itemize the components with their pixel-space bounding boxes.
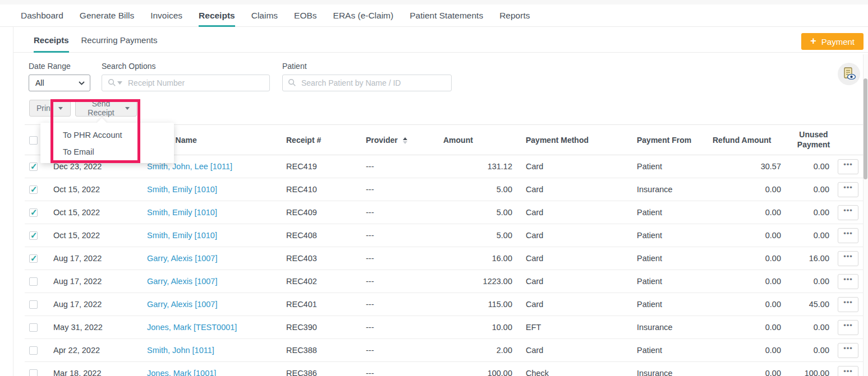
cell-checkbox [25, 224, 53, 247]
cell-refund-amount: 0.00 [713, 293, 783, 316]
row-actions-button[interactable]: ••• [838, 251, 858, 266]
cell-payment-from: Patient [626, 270, 713, 293]
row-actions-button[interactable]: ••• [838, 366, 858, 376]
patient-link[interactable]: Garry, Alexis [1007] [147, 277, 217, 286]
caret-down-icon [58, 107, 63, 110]
row-actions-button[interactable]: ••• [838, 343, 858, 358]
nav-item-reports[interactable]: Reports [499, 4, 530, 27]
patient-link[interactable]: Smith, Emily [1010] [147, 231, 217, 240]
print-button[interactable]: Print [29, 100, 71, 117]
menu-item-to-phr-account[interactable]: To PHR Account [40, 127, 174, 143]
row-checkbox[interactable] [29, 254, 38, 263]
patient-link[interactable]: Jones, Mark [TEST0001] [147, 323, 237, 332]
column-header-amount[interactable]: Amount [443, 125, 514, 155]
subtab-receipts[interactable]: Receipts [34, 27, 69, 53]
cell-payment-from: Patient [626, 339, 713, 362]
scrollbar-track[interactable] [863, 54, 868, 376]
column-header-receipt[interactable]: Receipt # [286, 125, 360, 155]
nav-item-dashboard[interactable]: Dashboard [21, 4, 63, 27]
patient-link[interactable]: Garry, Alexis [1007] [147, 254, 217, 263]
cell-refund-amount: 0.00 [713, 247, 783, 270]
search-icon [288, 78, 296, 87]
ellipsis-icon: ••• [843, 300, 853, 305]
row-checkbox[interactable] [29, 163, 38, 171]
card-left-border [13, 27, 13, 376]
document-eye-icon [842, 67, 856, 81]
nav-item-generate-bills[interactable]: Generate Bills [80, 4, 134, 27]
cell-amount: 5.00 [443, 201, 514, 224]
patient-link[interactable]: Garry, Alexis [1007] [147, 300, 217, 309]
row-checkbox[interactable] [29, 208, 38, 217]
cell-patient-name: Garry, Alexis [1007] [147, 247, 286, 270]
scrollbar-thumb[interactable] [864, 78, 867, 179]
row-checkbox[interactable] [29, 346, 38, 355]
patient-link[interactable]: Smith, John [1011] [147, 346, 214, 355]
receipts-page: DashboardGenerate BillsInvoicesReceiptsC… [0, 0, 868, 376]
cell-amount: 115.00 [443, 293, 514, 316]
nav-item-invoices[interactable]: Invoices [150, 4, 182, 27]
row-actions-button[interactable]: ••• [838, 320, 858, 335]
cell-receipt-number: REC409 [286, 201, 360, 224]
ellipsis-icon: ••• [843, 185, 853, 191]
cell-amount: 5.00 [443, 224, 514, 247]
cell-receipt-number: REC390 [286, 316, 360, 339]
column-header-payment-from[interactable]: Payment From [626, 125, 713, 155]
subtab-recurring-payments[interactable]: Recurring Payments [81, 27, 158, 53]
patient-link[interactable]: Smith, Emily [1010] [147, 208, 217, 217]
row-checkbox[interactable] [29, 185, 38, 194]
view-receipt-log-button[interactable] [838, 63, 860, 85]
cell-refund-amount: 30.57 [713, 155, 783, 178]
row-actions-button[interactable]: ••• [838, 159, 858, 174]
subtab-bar: ReceiptsRecurring Payments [13, 27, 868, 53]
row-checkbox[interactable] [29, 369, 38, 376]
menu-item-to-email[interactable]: To Email [40, 143, 174, 160]
cell-checkbox [25, 270, 53, 293]
caret-down-icon[interactable] [117, 81, 122, 85]
chevron-down-icon [79, 81, 85, 85]
nav-item-receipts[interactable]: Receipts [199, 4, 235, 27]
payment-button[interactable]: + Payment [801, 33, 864, 50]
payment-button-label: Payment [821, 37, 855, 47]
cell-refund-amount: 0.00 [713, 270, 783, 293]
select-all-checkbox[interactable] [29, 136, 38, 145]
nav-item-patient-statements[interactable]: Patient Statements [410, 4, 483, 27]
row-actions-button[interactable]: ••• [838, 182, 858, 197]
cell-actions: ••• [831, 339, 864, 362]
cell-date: Apr 22, 2022 [53, 339, 147, 362]
nav-item-eras-e-claim[interactable]: ERAs (e-Claim) [333, 4, 394, 27]
date-range-select[interactable]: All [29, 75, 90, 91]
row-checkbox[interactable] [29, 231, 38, 240]
cell-amount: 100.00 [443, 362, 514, 376]
cell-actions: ••• [831, 201, 864, 224]
row-checkbox[interactable] [29, 323, 38, 332]
table-row: Aug 17, 2022Garry, Alexis [1007]REC402--… [25, 270, 864, 293]
receipt-number-input[interactable] [102, 75, 270, 91]
column-header-payment-method[interactable]: Payment Method [514, 125, 626, 155]
send-receipt-button[interactable]: Send Receipt [75, 100, 137, 117]
cell-checkbox [25, 339, 53, 362]
row-checkbox[interactable] [29, 277, 38, 286]
patient-link[interactable]: Smith, Emily [1010] [147, 185, 217, 194]
cell-patient-name: Jones, Mark [TEST0001] [147, 316, 286, 339]
cell-payment-method: Card [514, 201, 626, 224]
patient-link[interactable]: Jones, Mark [1001] [147, 369, 216, 376]
cell-unused-payment: 0.00 [783, 339, 831, 362]
row-checkbox[interactable] [29, 300, 38, 309]
nav-item-eobs[interactable]: EOBs [294, 4, 316, 27]
patient-link[interactable]: Smith, John, Lee [1011] [147, 162, 232, 171]
table-body: Dec 23, 2022Smith, John, Lee [1011]REC41… [25, 155, 864, 376]
cell-receipt-number: REC386 [286, 362, 360, 376]
column-header-provider[interactable]: Provider [360, 125, 443, 155]
nav-item-claims[interactable]: Claims [251, 4, 278, 27]
row-actions-button[interactable]: ••• [838, 274, 858, 289]
row-actions-button[interactable]: ••• [838, 205, 858, 220]
cell-provider: --- [360, 224, 443, 247]
patient-search-input[interactable] [282, 75, 452, 91]
row-actions-button[interactable]: ••• [838, 228, 858, 243]
row-actions-button[interactable]: ••• [838, 297, 858, 312]
column-header-unused-payment[interactable]: Unused Payment [783, 125, 831, 155]
column-header-refund-amount[interactable]: Refund Amount [713, 125, 783, 155]
cell-actions: ••• [831, 224, 864, 247]
cell-receipt-number: REC388 [286, 339, 360, 362]
plus-icon: + [810, 35, 816, 47]
